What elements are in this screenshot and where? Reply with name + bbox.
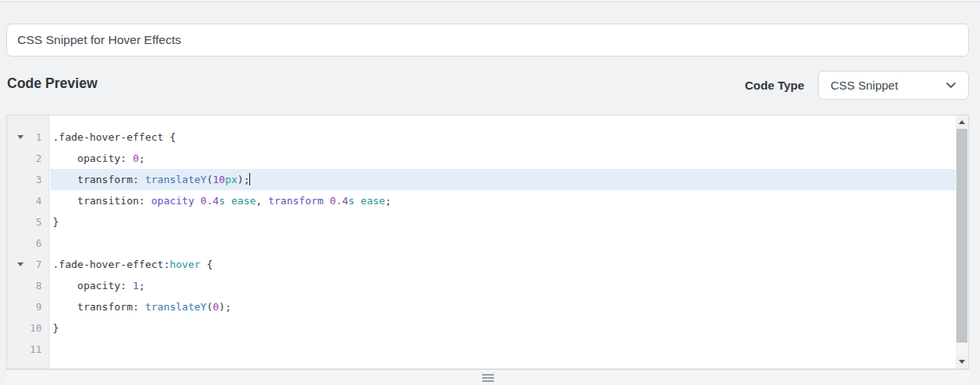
editor-gutter: 1234567891011 — [7, 116, 50, 368]
code-line[interactable] — [50, 339, 956, 360]
code-token: transform: — [53, 301, 145, 313]
gutter-cell[interactable]: 10 — [7, 317, 49, 339]
code-token: 10 — [213, 174, 226, 185]
code-token: transform: — [53, 174, 145, 185]
code-line[interactable]: opacity: 1; — [50, 275, 956, 296]
page: { "title_input": { "value": "CSS Snippet… — [0, 0, 980, 385]
code-token — [225, 195, 231, 207]
code-line[interactable]: transition: opacity 0.4s ease, transform… — [50, 190, 956, 211]
code-token: opacity: — [53, 280, 133, 292]
gutter-cell[interactable]: 6 — [7, 233, 49, 254]
code-line[interactable]: .fade-hover-effect:hover { — [50, 254, 956, 275]
code-token: 0 — [133, 152, 139, 164]
code-token: translateY — [145, 301, 206, 313]
code-token — [194, 195, 201, 207]
code-token: { — [201, 258, 213, 270]
gutter-cell[interactable]: 11 — [7, 339, 49, 360]
code-token: px — [225, 174, 238, 185]
code-token: translateY — [145, 174, 206, 185]
scroll-up-icon — [959, 120, 965, 124]
code-token: opacity — [151, 195, 194, 207]
code-editor[interactable]: 1234567891011 .fade-hover-effect { opaci… — [6, 115, 969, 369]
code-line[interactable] — [50, 233, 956, 254]
snippet-title-input[interactable] — [6, 24, 969, 57]
line-number: 9 — [35, 296, 42, 317]
code-token: } — [53, 322, 59, 334]
scrollbar-thumb[interactable] — [956, 129, 967, 343]
code-token: ; — [385, 195, 392, 207]
line-number: 6 — [35, 233, 42, 254]
line-number: 2 — [35, 148, 42, 169]
line-number: 4 — [35, 190, 42, 211]
editor-resize-bar[interactable] — [6, 369, 969, 385]
code-token: 1 — [133, 280, 139, 292]
code-token: transform — [268, 195, 323, 207]
code-line[interactable]: transform: translateY(0); — [50, 296, 956, 317]
code-line[interactable]: opacity: 0; — [50, 148, 956, 169]
code-token: ( — [207, 301, 213, 313]
scroll-down-icon — [959, 360, 965, 364]
code-token: transition: — [53, 195, 151, 207]
text-caret — [249, 173, 250, 185]
gutter-cell[interactable]: 2 — [7, 148, 49, 169]
gutter-cell[interactable]: 5 — [7, 211, 49, 233]
line-number: 3 — [35, 169, 42, 190]
code-token: , — [256, 195, 268, 207]
editor-scrollbar[interactable] — [956, 116, 968, 368]
line-number: 11 — [30, 339, 42, 360]
code-line[interactable]: .fade-hover-effect { — [50, 126, 956, 148]
gutter-cell[interactable]: 9 — [7, 296, 49, 317]
gutter-cell[interactable]: 8 — [7, 275, 49, 296]
code-token: ( — [207, 174, 213, 185]
code-token: hover — [170, 258, 201, 270]
code-token: .fade-hover-effect — [53, 258, 164, 270]
code-token: } — [53, 216, 59, 228]
code-token: s — [348, 195, 355, 207]
top-divider — [0, 2, 980, 2]
gutter-cell[interactable]: 3 — [7, 169, 49, 190]
code-token: ; — [139, 280, 146, 292]
scroll-up-button[interactable] — [956, 116, 968, 129]
code-line[interactable]: transform: translateY(10px); — [50, 169, 956, 190]
code-type-label: Code Type — [745, 79, 805, 93]
line-number: 1 — [35, 126, 42, 148]
code-token: ); — [238, 174, 250, 185]
gutter-cell[interactable]: 1 — [7, 126, 49, 148]
code-token: s — [219, 195, 225, 207]
code-line[interactable]: } — [50, 317, 956, 339]
code-token: 0.4 — [330, 195, 348, 207]
code-token: .fade-hover-effect { — [53, 131, 176, 143]
code-token: opacity: — [53, 152, 133, 164]
gutter-cell[interactable]: 4 — [7, 190, 49, 211]
code-token: ); — [219, 301, 231, 313]
fold-arrow-icon[interactable] — [17, 262, 24, 266]
line-number: 5 — [35, 211, 42, 233]
chevron-down-icon — [945, 82, 956, 89]
code-token: ; — [139, 152, 146, 164]
code-token: : — [164, 258, 170, 270]
gutter-cell[interactable]: 7 — [7, 254, 49, 275]
page-title: Code Preview — [7, 75, 98, 92]
line-number: 10 — [30, 317, 42, 339]
code-line[interactable]: } — [50, 211, 956, 233]
scroll-down-button[interactable] — [956, 355, 968, 368]
resize-grip-icon — [482, 372, 494, 383]
line-number: 8 — [35, 275, 42, 296]
code-type-selected-value: CSS Snippet — [831, 79, 945, 92]
fold-arrow-icon[interactable] — [17, 135, 24, 139]
code-token: 0.4 — [201, 195, 219, 207]
line-number: 7 — [35, 254, 42, 275]
code-token: ease — [231, 195, 256, 207]
editor-code[interactable]: .fade-hover-effect { opacity: 0; transfo… — [50, 116, 956, 368]
code-type-select[interactable]: CSS Snippet — [818, 71, 969, 100]
code-token: ease — [360, 195, 385, 207]
